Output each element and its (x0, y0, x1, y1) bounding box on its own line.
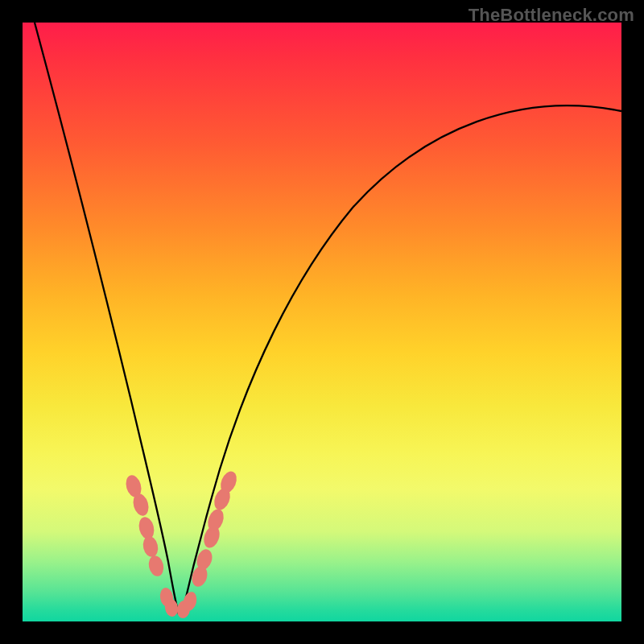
chart-background-gradient (23, 23, 621, 621)
watermark-text: TheBottleneck.com (469, 5, 634, 26)
chart-frame: TheBottleneck.com (0, 0, 644, 644)
